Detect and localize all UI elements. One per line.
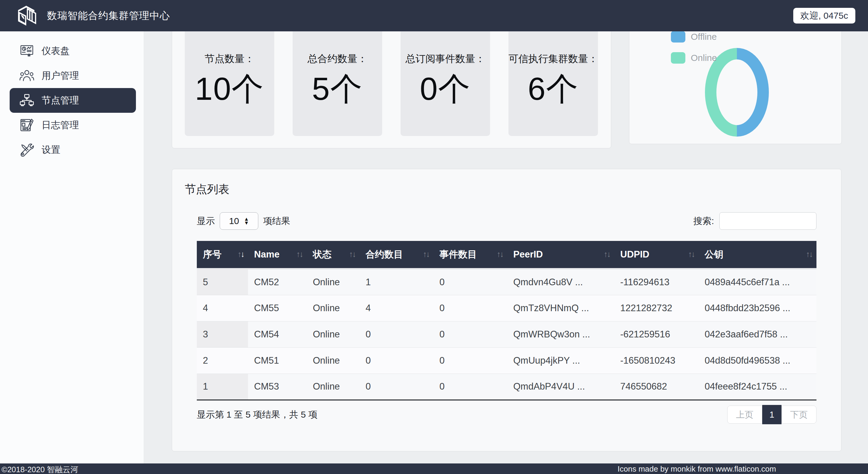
cell-name: CM51 xyxy=(248,347,307,374)
cell-index: 3 xyxy=(197,321,248,347)
donut-chart xyxy=(629,31,842,144)
node-status-chart-panel: Offline Online xyxy=(629,31,842,144)
sort-icon: ↑↓ xyxy=(349,250,355,259)
footer-bar: ©2018-2020 智融云河 Icons made by monkik fro… xyxy=(0,464,868,474)
table-row[interactable]: 4CM55Online40QmTz8VHNmQ ...1221282732044… xyxy=(197,295,816,321)
sidebar-item-nodes[interactable]: 节点管理 xyxy=(10,88,136,113)
cell-contracts: 0 xyxy=(360,321,433,347)
cell-peerid: QmTz8VHNmQ ... xyxy=(507,295,614,321)
sidebar-item-label: 仪表盘 xyxy=(41,45,70,57)
pagination: 上页 1 下页 xyxy=(727,405,816,424)
main-content: 节点数量： 10个 总合约数量： 5个 总订阅事件数量： 0个 可信执行集群数量… xyxy=(144,31,868,464)
app-logo-icon xyxy=(18,5,36,26)
cell-udpid: 1221282732 xyxy=(614,295,699,321)
cell-contracts: 1 xyxy=(360,269,433,295)
table-row[interactable]: 2CM51Online00QmUup4jkPY ...-165081024304… xyxy=(197,347,816,374)
cell-status: Online xyxy=(307,321,360,347)
cell-events: 0 xyxy=(433,347,507,374)
stat-value: 0个 xyxy=(401,67,490,111)
settings-icon xyxy=(19,142,34,157)
cell-status: Online xyxy=(307,295,360,321)
cell-events: 0 xyxy=(433,295,507,321)
cell-peerid: QmWRBQw3on ... xyxy=(507,321,614,347)
page-title: 数瑞智能合约集群管理中心 xyxy=(47,9,170,23)
sort-icon: ↑↓ xyxy=(806,250,812,259)
stat-value: 6个 xyxy=(508,67,598,111)
legend-label: Offline xyxy=(691,32,717,42)
node-list-panel: 节点列表 显示 10 ▲▼ 项结果 搜索: xyxy=(172,169,841,451)
table-row[interactable]: 5CM52Online10Qmdvn4Gu8V ...-116294613048… xyxy=(197,269,816,295)
stat-card-clusters: 可信执行集群数量： 6个 xyxy=(508,31,598,136)
column-header-name[interactable]: Name↑↓ xyxy=(248,241,307,269)
page-size-select[interactable]: 10 ▲▼ xyxy=(220,212,258,230)
online-swatch-icon xyxy=(671,52,685,64)
legend-item-online[interactable]: Online xyxy=(671,52,717,64)
cell-peerid: QmUup4jkPY ... xyxy=(507,347,614,374)
cell-index: 4 xyxy=(197,295,248,321)
cell-contracts: 0 xyxy=(360,347,433,374)
cell-name: CM54 xyxy=(248,321,307,347)
results-label: 项结果 xyxy=(263,215,290,227)
dashboard-icon xyxy=(19,43,34,59)
offline-swatch-icon xyxy=(671,31,685,42)
stat-label: 总合约数量： xyxy=(293,52,382,66)
table-header-row: 序号↑↓ Name↑↓ 状态↑↓ 合约数目↑↓ 事件数目↑↓ PeerID↑↓ … xyxy=(197,241,816,269)
column-header-udpid[interactable]: UDPID↑↓ xyxy=(614,241,699,269)
cell-contracts: 4 xyxy=(360,295,433,321)
sort-icon: ↑↓ xyxy=(604,250,610,259)
stat-value: 5个 xyxy=(293,67,382,111)
cell-name: CM53 xyxy=(248,374,307,400)
legend-label: Online xyxy=(691,53,717,63)
search-input[interactable] xyxy=(719,212,816,230)
node-list-title: 节点列表 xyxy=(185,182,229,197)
select-arrows-icon: ▲▼ xyxy=(244,217,249,225)
column-header-index[interactable]: 序号↑↓ xyxy=(197,241,248,269)
column-header-status[interactable]: 状态↑↓ xyxy=(307,241,360,269)
stat-card-nodes: 节点数量： 10个 xyxy=(185,31,274,136)
cell-status: Online xyxy=(307,269,360,295)
show-label: 显示 xyxy=(197,215,215,227)
cell-pubkey: 0448fbdd23b2596 ... xyxy=(699,295,816,321)
column-header-peerid[interactable]: PeerID↑↓ xyxy=(507,241,614,269)
cell-udpid: -621259516 xyxy=(614,321,699,347)
users-icon xyxy=(19,68,34,83)
sidebar-item-settings[interactable]: 设置 xyxy=(0,138,144,162)
cell-pubkey: 04d8d50fd496538 ... xyxy=(699,347,816,374)
sort-icon: ↑↓ xyxy=(497,250,503,259)
sidebar: 仪表盘 用户管理 节点管理 日志管理 设置 xyxy=(0,31,144,464)
cell-udpid: 746550682 xyxy=(614,374,699,400)
sidebar-item-users[interactable]: 用户管理 xyxy=(0,63,144,88)
sidebar-item-label: 用户管理 xyxy=(41,69,79,82)
table-controls: 显示 10 ▲▼ 项结果 搜索: xyxy=(197,212,816,230)
stat-label: 总订阅事件数量： xyxy=(401,52,490,66)
cell-status: Online xyxy=(307,374,360,400)
sort-icon: ↑↓ xyxy=(423,250,429,259)
column-header-pubkey[interactable]: 公钥↑↓ xyxy=(699,241,816,269)
cell-events: 0 xyxy=(433,269,507,295)
sort-icon: ↑↓ xyxy=(296,250,303,259)
search-control: 搜索: xyxy=(693,212,816,230)
welcome-user-button[interactable]: 欢迎, 0475c xyxy=(793,8,855,24)
legend-item-offline[interactable]: Offline xyxy=(671,31,717,42)
logs-icon xyxy=(19,118,34,133)
table-row[interactable]: 3CM54Online00QmWRBQw3on ...-621259516042… xyxy=(197,321,816,347)
column-header-events[interactable]: 事件数目↑↓ xyxy=(433,241,507,269)
table-row[interactable]: 1CM53Online00QmdAbP4V4U ...74655068204fe… xyxy=(197,374,816,400)
nodes-icon xyxy=(19,93,34,108)
sidebar-item-logs[interactable]: 日志管理 xyxy=(0,113,144,138)
copyright-text: ©2018-2020 智融云河 xyxy=(1,464,79,474)
column-header-contracts[interactable]: 合约数目↑↓ xyxy=(360,241,433,269)
cell-name: CM52 xyxy=(248,269,307,295)
next-page-button[interactable]: 下页 xyxy=(781,406,816,424)
cell-contracts: 0 xyxy=(360,374,433,400)
search-label: 搜索: xyxy=(693,215,714,227)
cell-index: 1 xyxy=(197,374,248,400)
icons-credit-text: Icons made by monkik from www.flaticon.c… xyxy=(618,464,776,474)
cell-peerid: QmdAbP4V4U ... xyxy=(507,374,614,400)
prev-page-button[interactable]: 上页 xyxy=(727,406,762,424)
stat-label: 可信执行集群数量： xyxy=(508,52,598,66)
sidebar-menu: 仪表盘 用户管理 节点管理 日志管理 设置 xyxy=(0,31,144,162)
cell-pubkey: 04feee8f24c1755 ... xyxy=(699,374,816,400)
sidebar-item-dashboard[interactable]: 仪表盘 xyxy=(0,38,144,63)
current-page-button[interactable]: 1 xyxy=(762,405,781,424)
